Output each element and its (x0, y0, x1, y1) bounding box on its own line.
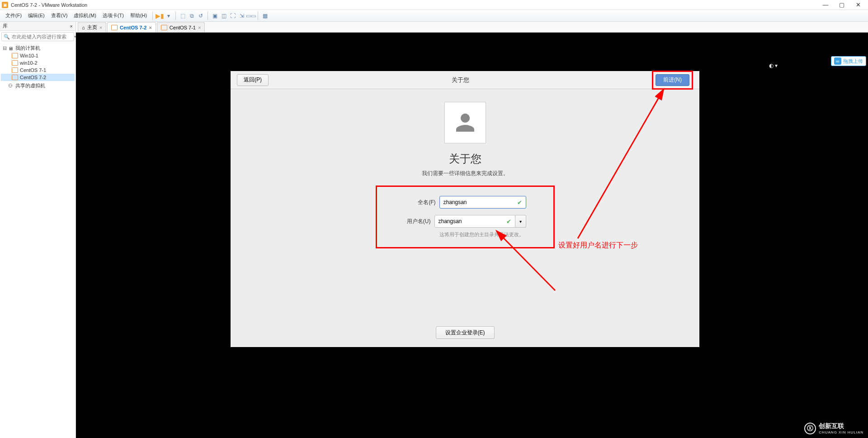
tab-close-icon[interactable]: × (99, 25, 102, 30)
menu-edit[interactable]: 编辑(E) (25, 11, 47, 20)
setup-subtext: 我们需要一些详细信息来完成设置。 (422, 170, 509, 177)
window-title: CentOS 7-2 - VMware Workstation (11, 2, 821, 8)
fit-icon[interactable]: ⛶ (229, 12, 237, 20)
vm-display[interactable]: ◐ ▾ ∞ 拖拽上传 返回(P) 关于您 前进(N) (76, 33, 868, 438)
tree-root-shared[interactable]: ⚇ 共享的虚拟机 (1, 82, 75, 90)
tab-close-icon[interactable]: × (198, 25, 201, 30)
svg-line-1 (496, 231, 555, 290)
snapshot-icon[interactable]: ⬚ (179, 12, 187, 20)
sidebar-title: 库 (3, 23, 8, 29)
user-icon (452, 109, 479, 136)
menu-vm[interactable]: 虚拟机(M) (71, 11, 99, 20)
upload-label: 拖拽上传 (843, 58, 863, 65)
expand-icon[interactable] (2, 83, 7, 89)
tree-root-label: 共享的虚拟机 (15, 82, 45, 89)
library-sidebar: 库 × 🔍 ▾ ⊟ 🖥 我的计算机 Win10-1 win10-2 CentOS… (0, 22, 76, 438)
tree-item-label: win10-2 (20, 60, 38, 66)
search-input[interactable] (12, 34, 74, 39)
vm-icon (111, 25, 118, 30)
separator (175, 12, 176, 20)
shared-icon: ⚇ (7, 83, 14, 89)
fullname-label: 全名(F) (404, 199, 436, 206)
username-label: 用户名(U) (404, 218, 431, 225)
close-button[interactable]: ✕ (854, 1, 863, 9)
annotation-arrow-2 (492, 227, 582, 300)
watermark-icon: Ⓧ (804, 423, 816, 434)
setup-heading: 关于您 (449, 152, 481, 166)
unity-icon[interactable]: ◫ (220, 12, 228, 20)
enterprise-login-button[interactable]: 设置企业登录(E) (436, 326, 495, 339)
tab-centos-7-1[interactable]: CentOS 7-1 × (157, 22, 205, 32)
sidebar-header: 库 × (0, 22, 75, 31)
computer-icon: 🖥 (7, 45, 14, 52)
gnome-status-icon[interactable]: ◐ ▾ (769, 62, 778, 69)
minimize-button[interactable]: — (821, 1, 830, 9)
sidebar-close-icon[interactable]: × (70, 24, 73, 29)
upload-badge[interactable]: ∞ 拖拽上传 (831, 56, 866, 66)
tree-item-label: Win10-1 (20, 53, 38, 58)
tabs-bar: ⌂ 主页 × CentOS 7-2 × CentOS 7-1 × (76, 22, 868, 33)
separator (152, 12, 153, 20)
separator (208, 12, 208, 20)
separator (258, 12, 258, 20)
vm-icon (12, 75, 18, 80)
tree-root-my-computer[interactable]: ⊟ 🖥 我的计算机 (1, 44, 75, 52)
avatar-placeholder[interactable] (444, 102, 486, 143)
search-icon: 🔍 (4, 34, 10, 40)
multimon-icon[interactable]: ▭▭ (247, 12, 255, 20)
home-icon: ⌂ (82, 25, 85, 30)
menu-file[interactable]: 文件(F) (3, 11, 24, 20)
cloud-icon: ∞ (834, 57, 841, 65)
tree-item-centos-7-1[interactable]: CentOS 7-1 (1, 67, 75, 74)
vm-icon (12, 60, 18, 66)
tree-item-centos-7-2[interactable]: CentOS 7-2 (1, 74, 75, 81)
tree-item-label: CentOS 7-1 (20, 67, 46, 73)
username-input[interactable] (439, 218, 506, 224)
back-button[interactable]: 返回(P) (237, 74, 269, 86)
library-search[interactable]: 🔍 ▾ (1, 32, 74, 41)
tree-item-label: CentOS 7-2 (20, 75, 46, 80)
power-dropdown[interactable]: ▾ (165, 12, 173, 20)
expand-icon[interactable]: ⊟ (2, 45, 7, 51)
vm-icon (12, 67, 18, 73)
library-icon[interactable]: ▦ (261, 12, 269, 20)
tab-home[interactable]: ⌂ 主页 × (78, 22, 106, 32)
library-tree: ⊟ 🖥 我的计算机 Win10-1 win10-2 CentOS 7-1 Cen… (0, 43, 75, 91)
maximize-button[interactable]: ▢ (837, 1, 846, 9)
tab-label: CentOS 7-2 (120, 25, 146, 30)
tab-label: CentOS 7-1 (170, 25, 196, 30)
fullscreen-icon[interactable]: ▣ (211, 12, 219, 20)
next-button[interactable]: 前进(N) (656, 74, 689, 86)
setup-title: 关于您 (269, 76, 652, 84)
snapshot-manager-icon[interactable]: ⧉ (188, 12, 196, 20)
menu-view[interactable]: 查看(V) (48, 11, 71, 20)
menu-tabs[interactable]: 选项卡(T) (100, 11, 127, 20)
tab-label: 主页 (87, 24, 97, 31)
revert-icon[interactable]: ↺ (197, 12, 205, 20)
watermark-logo: Ⓧ 创新互联 CHUANG XIN HULIAN (804, 422, 863, 434)
menu-bar: 文件(F) 编辑(E) 查看(V) 虚拟机(M) 选项卡(T) 帮助(H) ▶▮… (0, 10, 868, 22)
tab-centos-7-2[interactable]: CentOS 7-2 × (107, 22, 156, 32)
tree-item-win10-2[interactable]: win10-2 (1, 59, 75, 67)
vm-icon (161, 25, 167, 30)
watermark-text: 创新互联 (819, 422, 863, 430)
app-icon: ▣ (2, 2, 8, 8)
tree-item-win10-1[interactable]: Win10-1 (1, 52, 75, 59)
content-area: ⌂ 主页 × CentOS 7-2 × CentOS 7-1 × ◐ ▾ ∞ 拖… (76, 22, 868, 438)
tree-root-label: 我的计算机 (15, 45, 40, 52)
vm-icon (12, 53, 18, 58)
window-titlebar: ▣ CentOS 7-2 - VMware Workstation — ▢ ✕ (0, 0, 868, 10)
svg-line-0 (578, 89, 664, 238)
power-button[interactable]: ▶▮ (156, 12, 164, 20)
stretch-icon[interactable]: ⇲ (238, 12, 246, 20)
tab-close-icon[interactable]: × (149, 25, 151, 30)
menu-help[interactable]: 帮助(H) (127, 11, 150, 20)
